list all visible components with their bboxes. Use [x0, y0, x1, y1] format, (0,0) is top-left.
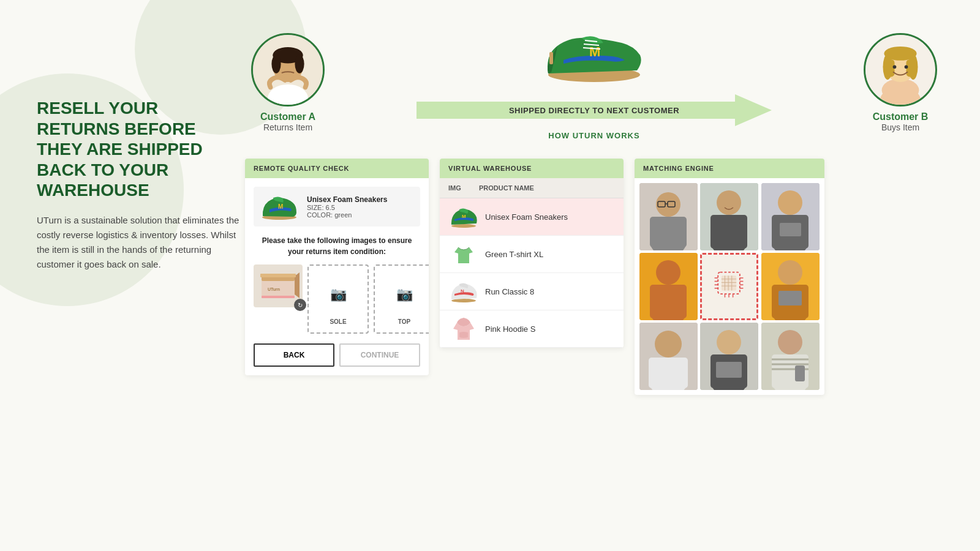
- svg-rect-84: [649, 358, 688, 388]
- svg-rect-89: [716, 362, 742, 378]
- svg-point-77: [778, 260, 802, 285]
- top-row: Customer A Returns Item: [245, 24, 943, 140]
- svg-point-32: [451, 224, 476, 228]
- quality-panel-header: REMOTE QUALITY CHECK: [245, 159, 429, 178]
- matching-engine-panel: MATCHING ENGINE: [635, 159, 824, 395]
- customer-a-name: Customer A: [260, 111, 315, 122]
- main-container: RESELL YOUR RETURNS BEFORE THEY ARE SHIP…: [0, 0, 980, 551]
- person-cell-5-selected[interactable]: [700, 253, 758, 320]
- warehouse-row-2[interactable]: Green T-shirt XL: [440, 236, 624, 273]
- product-info-card: M Unisex Foam Sneakers SIZE: 6.5 COLOR: …: [254, 187, 420, 227]
- virtual-warehouse-panel: VIRTUAL WAREHOUSE IMG PRODUCT NAME: [440, 159, 624, 348]
- quality-check-panel: REMOTE QUALITY CHECK M: [245, 159, 429, 375]
- person-cell-3: [761, 183, 820, 250]
- arrow-text: SHIPPED DIRECTLY TO NEXT CUSTOMER: [509, 106, 679, 115]
- warehouse-table-header: IMG PRODUCT NAME: [440, 178, 624, 198]
- person-cell-6: [761, 253, 820, 320]
- svg-rect-46: [710, 215, 747, 249]
- arrow-container: SHIPPED DIRECTLY TO NEXT CUSTOMER: [343, 94, 845, 126]
- warehouse-panel-header: VIRTUAL WAREHOUSE: [440, 159, 624, 178]
- svg-rect-51: [780, 223, 801, 236]
- svg-rect-55: [650, 285, 687, 318]
- back-button[interactable]: BACK: [254, 343, 334, 367]
- svg-point-86: [717, 330, 741, 354]
- svg-point-34: [451, 299, 476, 302]
- quality-panel-body: M Unisex Foam Sneakers SIZE: 6.5 COLOR: …: [245, 178, 429, 375]
- svg-point-53: [656, 260, 680, 285]
- svg-rect-39: [650, 217, 687, 247]
- person-cell-9: [761, 323, 820, 390]
- person-cell-2: [700, 183, 758, 250]
- customer-a-avatar: [251, 33, 325, 107]
- main-description: UTurn is a sustainable solution that eli…: [37, 213, 245, 272]
- shoe-illustration: M: [533, 24, 655, 88]
- warehouse-row-3[interactable]: N Run Classic 8: [440, 273, 624, 310]
- sole-label: SOLE: [330, 318, 346, 325]
- svg-rect-29: [260, 274, 296, 277]
- panels-row: REMOTE QUALITY CHECK M: [245, 159, 943, 395]
- warehouse-body: IMG PRODUCT NAME M: [440, 178, 624, 348]
- svg-rect-31: [262, 296, 295, 298]
- photo-slots: UTurn ↻ 📷 SOL: [254, 264, 420, 334]
- warehouse-row-4[interactable]: Pink Hoodie S: [440, 310, 624, 348]
- warehouse-product-1: Unisex Foam Sneakers: [485, 212, 568, 222]
- sole-camera-slot: 📷: [314, 273, 363, 316]
- warehouse-product-4: Pink Hoodie S: [485, 324, 535, 334]
- svg-text:M: M: [278, 203, 283, 210]
- customer-b-card: Customer B Buys Item: [858, 33, 943, 132]
- svg-point-23: [905, 65, 908, 69]
- svg-point-22: [893, 65, 897, 69]
- customer-a-action: Returns Item: [263, 122, 312, 132]
- customer-b-action: Buys Item: [881, 122, 919, 132]
- warehouse-img-4: [448, 317, 479, 341]
- sole-photo-slot[interactable]: 📷 SOLE: [307, 264, 369, 334]
- person-cell-1: [639, 183, 698, 250]
- svg-text:M: M: [589, 44, 600, 59]
- svg-rect-20: [885, 59, 894, 77]
- warehouse-row-1[interactable]: M Unisex Foam Sneakers: [440, 198, 624, 236]
- matching-grid: [639, 183, 820, 390]
- person-cell-8: [700, 323, 758, 390]
- warehouse-img-1: M: [448, 204, 479, 229]
- warehouse-product-3: Run Classic 8: [485, 287, 534, 296]
- product-details: Unisex Foam Sneakers SIZE: 6.5 COLOR: gr…: [307, 195, 387, 219]
- svg-text:UTurn: UTurn: [268, 287, 280, 291]
- svg-rect-11: [549, 52, 553, 64]
- product-title: Unisex Foam Sneakers: [307, 195, 387, 204]
- main-headline: RESELL YOUR RETURNS BEFORE THEY ARE SHIP…: [37, 98, 245, 201]
- svg-rect-58: [722, 276, 736, 290]
- action-buttons: BACK CONTINUE: [254, 343, 420, 367]
- product-size: SIZE: 6.5: [307, 204, 387, 211]
- customer-b-name: Customer B: [873, 111, 929, 122]
- top-label: TOP: [398, 318, 410, 325]
- right-content: Customer A Returns Item: [245, 24, 943, 395]
- camera-icon-sole: 📷: [330, 287, 347, 302]
- svg-text:M: M: [462, 214, 466, 219]
- matching-body: [635, 178, 824, 395]
- photo-slot-taken: UTurn ↻: [254, 264, 303, 334]
- top-photo-slot[interactable]: 📷 TOP: [374, 264, 429, 334]
- person-cell-7: [639, 323, 698, 390]
- person-cell-4: [639, 253, 698, 320]
- svg-point-37: [656, 192, 680, 217]
- how-uturn-works-text: HOW UTURN WORKS: [548, 131, 639, 140]
- left-section: RESELL YOUR RETURNS BEFORE THEY ARE SHIP…: [37, 24, 245, 272]
- svg-point-4: [271, 54, 281, 73]
- shoe-box-image: UTurn ↻: [254, 264, 303, 307]
- customer-a-card: Customer A Returns Item: [245, 33, 331, 132]
- warehouse-col-name: PRODUCT NAME: [479, 184, 615, 192]
- svg-point-48: [778, 190, 802, 215]
- product-color: COLOR: green: [307, 211, 387, 219]
- product-shoe-icon: M: [260, 193, 300, 220]
- quality-instructions: Please take the following images to ensu…: [254, 235, 420, 257]
- svg-rect-21: [907, 59, 916, 77]
- customer-b-avatar: [864, 33, 937, 107]
- warehouse-col-img: IMG: [448, 184, 479, 192]
- warehouse-img-3: N: [448, 279, 479, 304]
- svg-point-82: [655, 331, 682, 358]
- svg-text:N: N: [461, 288, 464, 294]
- svg-rect-97: [795, 365, 805, 381]
- svg-rect-80: [778, 291, 802, 305]
- refresh-badge[interactable]: ↻: [294, 299, 306, 311]
- svg-point-91: [778, 330, 802, 354]
